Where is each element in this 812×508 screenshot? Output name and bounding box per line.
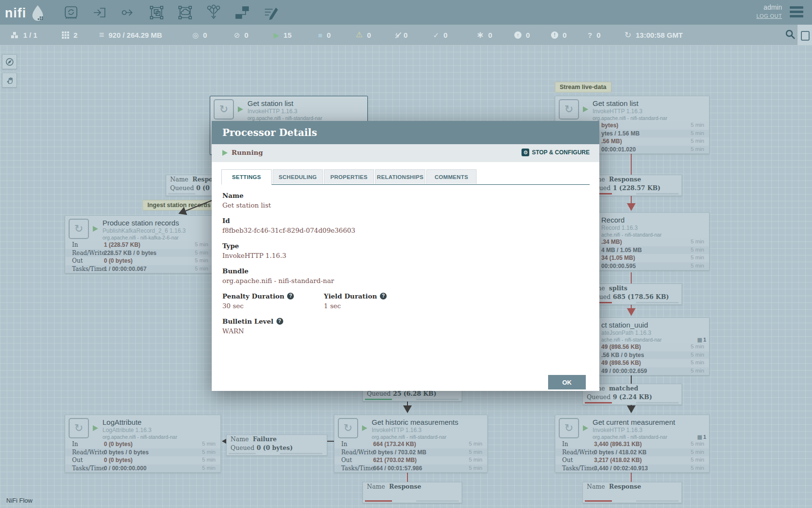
panel-toggle-button[interactable]	[797, 25, 812, 45]
running-status-icon	[93, 226, 98, 232]
processor-type: InvokeHTTP 1.16.3	[372, 427, 484, 434]
processor-extract-station-uuid[interactable]: ct station_uuid ateJsonPath 1.16.3 ache.…	[582, 317, 710, 375]
status-queued: ≡ 920 / 264.29 MB	[99, 25, 162, 45]
tab-properties[interactable]: PROPERTIES	[324, 169, 374, 184]
dialog-tabs: SETTINGS SCHEDULING PROPERTIES RELATIONS…	[221, 169, 590, 185]
stop-and-configure-button[interactable]: ⚙ STOP & CONFIGURE	[522, 149, 590, 156]
help-icon[interactable]	[276, 318, 283, 325]
connection-label-failure[interactable]: NameFailure Queued0 (0 bytes)	[226, 434, 327, 456]
processor-type: InvokeHTTP 1.16.3	[593, 108, 706, 115]
stat-row: In664 (173.24 KB)5 min	[334, 440, 487, 448]
processor-header: ↻ LogAttribute LogAttribute 1.16.3 org.a…	[65, 415, 220, 440]
processor-record[interactable]: Record Record 1.16.3 ache.nifi - nifi-st…	[582, 212, 710, 270]
processor-get-current-measurement[interactable]: ↻ Get current measurement InvokeHTTP 1.1…	[555, 415, 710, 473]
field-bundle: Bundle org.apache.nifi - nifi-standard-n…	[222, 267, 589, 285]
tab-settings[interactable]: SETTINGS	[221, 169, 272, 185]
drag-funnel-icon[interactable]	[205, 4, 222, 21]
running-status-icon	[362, 425, 367, 431]
processor-bundle: org.apache.nifi - nifi-kafka-2-6-nar	[102, 235, 179, 241]
last-refresh-time: 13:00:58 GMT	[636, 31, 683, 39]
status-invalid: ⚠ 0	[356, 25, 371, 45]
locally-modified-icon: ∗	[477, 30, 484, 39]
backlog-bars	[227, 452, 327, 455]
panel-icon	[801, 31, 810, 41]
status-disabled: ϟ 0	[395, 25, 407, 45]
nifi-logo-text: nifi	[5, 6, 27, 21]
drag-process-group-icon[interactable]	[148, 4, 165, 21]
search-button[interactable]	[785, 29, 797, 41]
processor-bundle: ache.nifi - nifi-standard-nar	[601, 232, 662, 238]
drag-label-icon[interactable]	[262, 4, 279, 21]
drag-processor-icon[interactable]	[63, 4, 79, 21]
processor-header: Record Record 1.16.3 ache.nifi - nifi-st…	[583, 213, 709, 238]
invalid-icon: ⚠	[356, 31, 362, 39]
stat-row: Out621 (703.02 MB)5 min	[334, 456, 487, 464]
stat-row: 49 (898.56 KB)5 min	[583, 343, 709, 351]
drag-output-port-icon[interactable]	[120, 4, 136, 21]
breadcrumb[interactable]: NiFi Flow	[6, 497, 32, 504]
running-icon: ▶	[274, 31, 279, 39]
stat-row: Read/Write228.57 KB / 0 bytes5 min	[65, 249, 213, 257]
backlog-bars	[363, 398, 462, 401]
current-user: admin	[756, 3, 782, 11]
processor-icon: ↻	[69, 219, 89, 239]
stat-row: Read/Write0 bytes / 0 bytes5 min	[65, 448, 220, 457]
processor-state: Running	[232, 149, 263, 156]
stat-row: In1 (228.57 KB)5 min	[65, 241, 213, 249]
processor-header: ↻ Get current measurement InvokeHTTP 1.1…	[555, 415, 709, 440]
threads-grid-icon	[62, 31, 69, 39]
nifi-app: Stream live-data Ingest station records	[0, 0, 812, 508]
tab-relationships[interactable]: RELATIONSHIPS	[375, 169, 425, 184]
stale-icon: ↑	[514, 31, 522, 39]
status-locally-modified-stale: ! 0	[551, 25, 566, 45]
stat-row: 34 (1.05 MB)5 min	[583, 254, 709, 262]
help-icon[interactable]	[287, 293, 294, 299]
logout-link[interactable]: LOG OUT	[756, 13, 782, 19]
processor-type: Record 1.16.3	[601, 224, 706, 232]
field-id: Id f8fbeb32-fc46-31cf-829d-074d09e36603	[222, 216, 589, 235]
processor-name: Get station list	[247, 99, 364, 108]
status-stale: ↑ 0	[514, 25, 530, 45]
compass-icon	[5, 58, 14, 66]
tab-scheduling[interactable]: SCHEDULING	[273, 169, 323, 184]
connection-label-response-bottom-center[interactable]: NameResponse	[362, 482, 462, 503]
processor-bundle: org.apache.nifi - nifi-standard-nar	[593, 115, 667, 121]
nifi-drop-icon	[29, 4, 47, 22]
hand-icon	[5, 76, 14, 85]
drag-remote-process-group-icon[interactable]	[177, 4, 193, 21]
refresh-status[interactable]: ↻ 13:00:58 GMT	[624, 25, 683, 45]
processor-produce-station-records[interactable]: ↻ Produce station records PublishKafkaRe…	[65, 215, 214, 273]
task-count-badge: ▦1	[697, 337, 706, 343]
disabled-icon: ϟ	[395, 31, 399, 39]
tab-comments[interactable]: COMMENTS	[426, 169, 477, 184]
field-type: Type InvokeHTTP 1.16.3	[222, 241, 589, 260]
stat-row: Out0 (0 bytes)5 min	[65, 257, 213, 265]
processor-name: LogAttribute	[102, 418, 218, 427]
ok-button[interactable]: OK	[548, 375, 586, 389]
search-icon	[785, 29, 796, 40]
drag-template-icon[interactable]	[234, 4, 250, 21]
processor-bundle: org.apache.nifi - nifi-standard-nar	[102, 434, 177, 440]
running-status-icon	[238, 106, 243, 112]
backlog-bars	[583, 402, 682, 404]
running-status-icon	[222, 150, 228, 156]
stat-row: In3,440 (896.31 KB)5 min	[555, 440, 709, 448]
status-bar: 1 / 1 2 ≡ 920 / 264.29 MB ◎ 0 ⊘ 0 ▶ 15 ■…	[0, 25, 812, 45]
processor-get-historic-measurements[interactable]: ↻ Get historic measurements InvokeHTTP 1…	[334, 415, 488, 473]
navigate-palette-button[interactable]	[2, 54, 17, 69]
processor-header: ↻ Produce station records PublishKafkaRe…	[65, 216, 213, 241]
backlog-bars	[363, 500, 462, 503]
drag-input-port-icon[interactable]	[91, 4, 108, 21]
operate-palette-button[interactable]	[2, 73, 17, 88]
connection-label-response-bottom-right[interactable]: NameResponse	[582, 482, 682, 503]
stat-row: Read/Write0 bytes / 703.02 MB5 min	[334, 448, 487, 457]
status-locally-modified: ∗ 0	[477, 25, 492, 45]
processor-name: Get historic measurements	[372, 418, 484, 427]
refresh-icon: ↻	[624, 31, 631, 39]
task-count-badge: ▦1	[697, 434, 706, 440]
help-icon[interactable]	[380, 293, 387, 299]
status-sync-failure: ? 0	[588, 25, 601, 45]
global-menu-icon[interactable]	[790, 6, 803, 19]
field-bulletin-level: Bulletin Level WARN	[222, 317, 589, 336]
processor-logattribute[interactable]: ↻ LogAttribute LogAttribute 1.16.3 org.a…	[65, 415, 221, 473]
